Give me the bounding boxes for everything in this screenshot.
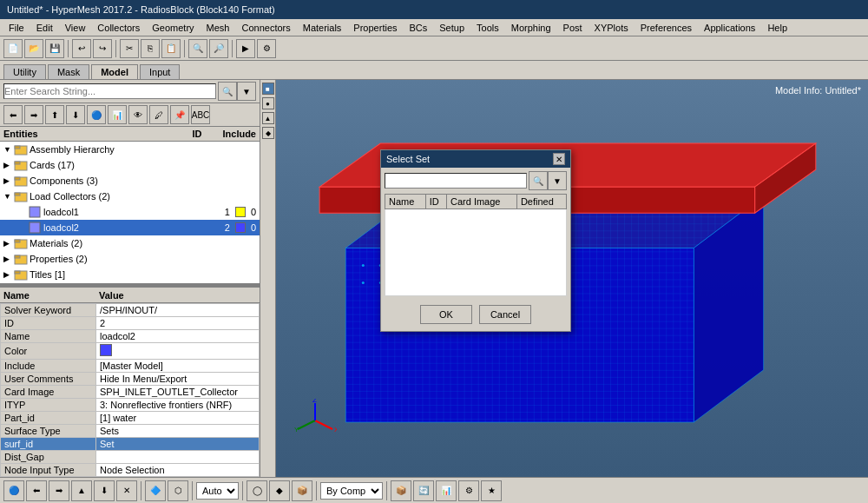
- bottom-btn11[interactable]: 📦: [292, 480, 312, 501]
- menu-item-mesh[interactable]: Mesh: [201, 21, 235, 35]
- bottom-btn7[interactable]: 🔷: [145, 480, 166, 501]
- entity-tb6[interactable]: 📊: [108, 105, 127, 124]
- by-comp-select[interactable]: By Comp: [320, 482, 383, 500]
- tree-item-loadcol1[interactable]: loadcol1 1 0: [0, 204, 260, 220]
- entity-tb4[interactable]: ⬇: [66, 105, 85, 124]
- bottom-btn12[interactable]: 📦: [391, 480, 411, 501]
- tb-copy[interactable]: ⎘: [141, 39, 160, 58]
- bottom-btn8[interactable]: ⬡: [168, 480, 188, 501]
- side-btn4[interactable]: ◆: [262, 127, 274, 139]
- search-input[interactable]: [3, 83, 216, 99]
- dialog-search-dropdown[interactable]: ▼: [548, 171, 567, 190]
- entity-tb8[interactable]: 🖊: [149, 105, 168, 124]
- search-btn[interactable]: 🔍: [218, 82, 237, 101]
- side-btn3[interactable]: ▲: [262, 112, 274, 124]
- side-btn1[interactable]: ■: [262, 83, 274, 95]
- dialog-ok-button[interactable]: OK: [420, 305, 472, 324]
- menu-item-geometry[interactable]: Geometry: [147, 21, 199, 35]
- bottom-btn6[interactable]: ✕: [116, 480, 137, 501]
- bottom-btn16[interactable]: ★: [481, 480, 502, 501]
- menu-item-applications[interactable]: Applications: [699, 21, 760, 35]
- prop-row-3: Color: [1, 343, 260, 360]
- toggle-properties[interactable]: ▶: [3, 255, 14, 263]
- bottom-btn14[interactable]: 📊: [436, 480, 457, 501]
- tb-zoom-in[interactable]: 🔍: [188, 39, 207, 58]
- toggle-cards[interactable]: ▶: [3, 161, 14, 169]
- tree-item-loadcol2[interactable]: loadcol2 2 0: [0, 220, 260, 235]
- entity-tb1[interactable]: ⬅: [3, 105, 23, 124]
- entity-tree[interactable]: ▼ Assembly Hierarchy ▶ Cards (17) ▶ Comp…: [0, 142, 260, 283]
- tb-new[interactable]: 📄: [3, 39, 23, 58]
- entity-tb7[interactable]: 👁: [128, 105, 148, 124]
- tb-undo[interactable]: ↩: [72, 39, 91, 58]
- menu-item-xyplots[interactable]: XYPlots: [589, 21, 634, 35]
- search-options-btn[interactable]: ▼: [237, 82, 256, 101]
- dialog-close-button[interactable]: ✕: [553, 153, 565, 165]
- bottom-btn9[interactable]: ◯: [247, 480, 267, 501]
- bottom-btn1[interactable]: 🔵: [3, 480, 24, 501]
- bottom-btn5[interactable]: ⬇: [94, 480, 115, 501]
- toggle-materials[interactable]: ▶: [3, 239, 14, 248]
- bottom-btn13[interactable]: 🔄: [413, 480, 434, 501]
- tb-settings[interactable]: ⚙: [257, 39, 276, 58]
- tree-item-properties[interactable]: ▶ Properties (2): [0, 251, 260, 267]
- entity-tb9[interactable]: 📌: [170, 105, 189, 124]
- entity-tb3[interactable]: ⬆: [45, 105, 64, 124]
- menu-item-connectors[interactable]: Connectors: [236, 21, 295, 35]
- entity-tb5[interactable]: 🔵: [87, 105, 106, 124]
- menu-item-post[interactable]: Post: [558, 21, 588, 35]
- toggle-components[interactable]: ▶: [3, 176, 14, 185]
- bottom-btn4[interactable]: ▲: [71, 480, 92, 501]
- menu-item-preferences[interactable]: Preferences: [635, 21, 697, 35]
- menu-item-bcs[interactable]: BCs: [404, 21, 433, 35]
- bottom-btn10[interactable]: ◆: [269, 480, 290, 501]
- toggle-assembly[interactable]: ▼: [3, 145, 14, 154]
- menu-item-view[interactable]: View: [60, 21, 91, 35]
- tb-paste[interactable]: 📋: [161, 39, 181, 58]
- menu-item-file[interactable]: File: [3, 21, 30, 35]
- menu-item-morphing[interactable]: Morphing: [506, 21, 556, 35]
- auto-select[interactable]: Auto: [196, 482, 239, 500]
- entity-tb10[interactable]: ABC: [191, 105, 210, 124]
- bottom-btn3[interactable]: ➡: [49, 480, 69, 501]
- tb-redo[interactable]: ↪: [93, 39, 112, 58]
- bottom-btn15[interactable]: ⚙: [458, 480, 479, 501]
- prop-name-6: Card Image: [1, 386, 96, 399]
- dialog-search-input[interactable]: [385, 173, 527, 189]
- menu-item-setup[interactable]: Setup: [434, 21, 470, 35]
- tree-item-assembly[interactable]: ▼ Assembly Hierarchy: [0, 142, 260, 157]
- tb-cut[interactable]: ✂: [120, 39, 139, 58]
- tree-item-components[interactable]: ▶ Components (3): [0, 173, 260, 189]
- tab-model[interactable]: Model: [91, 64, 138, 79]
- menu-item-properties[interactable]: Properties: [348, 21, 402, 35]
- color-swatch-3[interactable]: [100, 344, 112, 356]
- tab-utility[interactable]: Utility: [3, 64, 46, 79]
- menu-item-collectors[interactable]: Collectors: [92, 21, 145, 35]
- prop-name-9: Surface Type: [1, 425, 96, 438]
- tree-item-cards[interactable]: ▶ Cards (17): [0, 157, 260, 173]
- prop-value-10[interactable]: Set: [96, 438, 260, 451]
- menu-item-tools[interactable]: Tools: [471, 21, 504, 35]
- tb-run[interactable]: ▶: [236, 39, 255, 58]
- tb-save[interactable]: 💾: [45, 39, 64, 58]
- menu-item-edit[interactable]: Edit: [31, 21, 58, 35]
- prop-name-5: User Comments: [1, 373, 96, 386]
- tree-item-titles[interactable]: ▶ Titles [1]: [0, 267, 260, 282]
- entity-tb2[interactable]: ➡: [24, 105, 43, 124]
- toggle-titles[interactable]: ▶: [3, 270, 14, 279]
- tb-open[interactable]: 📂: [24, 39, 43, 58]
- side-btn2[interactable]: ●: [262, 97, 274, 109]
- tab-mask[interactable]: Mask: [48, 64, 89, 79]
- dialog-search-btn[interactable]: 🔍: [529, 171, 548, 190]
- viewport[interactable]: Model Info: Untitled*: [276, 80, 868, 477]
- dialog-cancel-button[interactable]: Cancel: [479, 305, 531, 324]
- menu-item-help[interactable]: Help: [762, 21, 792, 35]
- tree-item-materials[interactable]: ▶ Materials (2): [0, 235, 260, 251]
- prop-value-5: Hide In Menu/Export: [96, 373, 260, 386]
- tree-item-loadcollectors[interactable]: ▼ Load Collectors (2): [0, 189, 260, 204]
- menu-item-materials[interactable]: Materials: [298, 21, 347, 35]
- tb-zoom-out[interactable]: 🔎: [209, 39, 228, 58]
- tab-input[interactable]: Input: [140, 64, 180, 79]
- toggle-loadcollectors[interactable]: ▼: [3, 192, 14, 201]
- bottom-btn2[interactable]: ⬅: [26, 480, 47, 501]
